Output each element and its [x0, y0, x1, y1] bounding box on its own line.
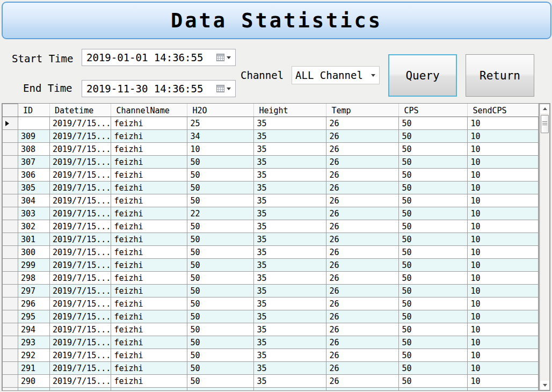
cell-id[interactable]: 289 — [18, 388, 50, 391]
cell-datetime[interactable]: 2019/7/15... — [50, 285, 111, 297]
cell-cps[interactable]: 50 — [399, 233, 468, 246]
cell-temp[interactable]: 26 — [326, 375, 399, 388]
cell-sendcps[interactable]: 10 — [468, 362, 539, 375]
cell-sendcps[interactable]: 10 — [468, 130, 539, 143]
cell-id[interactable]: 307 — [18, 156, 50, 169]
cell-cps[interactable]: 50 — [399, 194, 468, 207]
row-selector[interactable] — [3, 259, 18, 272]
cell-id[interactable]: 290 — [18, 375, 50, 388]
cell-cps[interactable]: 50 — [399, 156, 468, 169]
cell-cps[interactable]: 50 — [399, 375, 468, 388]
cell-cps[interactable]: 50 — [399, 143, 468, 156]
cell-h2o[interactable]: 25 — [187, 117, 254, 130]
cell-temp[interactable]: 26 — [326, 285, 399, 297]
cell-height[interactable]: 35 — [254, 130, 326, 143]
cell-h2o[interactable]: 50 — [187, 182, 254, 194]
cell-temp[interactable]: 26 — [326, 220, 399, 233]
cell-temp[interactable]: 26 — [326, 169, 399, 182]
cell-sendcps[interactable]: 10 — [468, 169, 539, 182]
cell-datetime[interactable]: 2019/7/15... — [50, 130, 111, 143]
cell-temp[interactable]: 26 — [326, 194, 399, 207]
cell-id[interactable]: 295 — [18, 310, 50, 323]
cell-cps[interactable]: 50 — [399, 349, 468, 362]
cell-temp[interactable]: 26 — [326, 297, 399, 310]
cell-channelname[interactable]: feizhi — [111, 233, 187, 246]
cell-height[interactable]: 35 — [254, 117, 326, 130]
scroll-down-button[interactable] — [540, 381, 549, 390]
cell-sendcps[interactable]: 10 — [468, 375, 539, 388]
cell-h2o[interactable]: 34 — [187, 130, 254, 143]
cell-datetime[interactable]: 2019/7/15... — [50, 220, 111, 233]
cell-height[interactable]: 35 — [254, 323, 326, 336]
cell-id[interactable]: 297 — [18, 285, 50, 297]
cell-h2o[interactable]: 50 — [187, 233, 254, 246]
cell-temp[interactable]: 26 — [326, 143, 399, 156]
start-time-picker[interactable]: 2019-01-01 14:36:55 — [82, 49, 236, 66]
cell-height[interactable]: 35 — [254, 246, 326, 259]
cell-datetime[interactable]: 2019/7/15... — [50, 388, 111, 391]
cell-h2o[interactable]: 50 — [187, 297, 254, 310]
cell-id[interactable]: 296 — [18, 297, 50, 310]
cell-channelname[interactable]: feizhi — [111, 169, 187, 182]
cell-cps[interactable]: 50 — [399, 285, 468, 297]
cell-channelname[interactable]: feizhi — [111, 285, 187, 297]
cell-cps[interactable]: 50 — [399, 246, 468, 259]
cell-h2o[interactable]: 50 — [187, 323, 254, 336]
cell-channelname[interactable]: feizhi — [111, 143, 187, 156]
cell-h2o[interactable]: 50 — [187, 336, 254, 349]
cell-temp[interactable]: 26 — [326, 272, 399, 285]
cell-sendcps[interactable]: 10 — [468, 156, 539, 169]
cell-height[interactable]: 35 — [254, 388, 326, 391]
cell-height[interactable]: 35 — [254, 349, 326, 362]
row-selector[interactable] — [3, 117, 18, 130]
cell-channelname[interactable]: feizhi — [111, 388, 187, 391]
cell-channelname[interactable]: feizhi — [111, 130, 187, 143]
column-header-datetime[interactable]: Datetime — [50, 104, 111, 117]
row-selector[interactable] — [3, 156, 18, 169]
cell-id[interactable]: 301 — [18, 233, 50, 246]
cell-id[interactable]: 303 — [18, 207, 50, 220]
cell-cps[interactable]: 50 — [399, 310, 468, 323]
cell-h2o[interactable]: 50 — [187, 220, 254, 233]
channel-select[interactable]: ALL Channel — [292, 66, 380, 84]
row-selector[interactable] — [3, 182, 18, 194]
cell-id[interactable]: 299 — [18, 259, 50, 272]
cell-h2o[interactable]: 50 — [187, 310, 254, 323]
row-selector[interactable] — [3, 297, 18, 310]
cell-datetime[interactable]: 2019/7/15... — [50, 182, 111, 194]
cell-datetime[interactable]: 2019/7/15... — [50, 207, 111, 220]
cell-id[interactable]: 291 — [18, 362, 50, 375]
cell-sendcps[interactable]: 10 — [468, 259, 539, 272]
cell-cps[interactable]: 50 — [399, 220, 468, 233]
cell-sendcps[interactable]: 10 — [468, 233, 539, 246]
cell-id[interactable]: 298 — [18, 272, 50, 285]
query-button[interactable]: Query — [388, 54, 457, 97]
cell-height[interactable]: 35 — [254, 169, 326, 182]
cell-temp[interactable]: 26 — [326, 388, 399, 391]
cell-id[interactable]: 310 — [18, 117, 50, 130]
scroll-up-button[interactable] — [540, 104, 549, 113]
cell-sendcps[interactable]: 10 — [468, 285, 539, 297]
cell-height[interactable]: 35 — [254, 285, 326, 297]
cell-cps[interactable]: 50 — [399, 323, 468, 336]
cell-channelname[interactable]: feizhi — [111, 182, 187, 194]
column-header-height[interactable]: Height — [254, 104, 326, 117]
cell-h2o[interactable]: 50 — [187, 169, 254, 182]
cell-h2o[interactable]: 50 — [187, 285, 254, 297]
cell-height[interactable]: 35 — [254, 375, 326, 388]
cell-datetime[interactable]: 2019/7/15... — [50, 143, 111, 156]
cell-cps[interactable]: 50 — [399, 182, 468, 194]
cell-channelname[interactable]: feizhi — [111, 272, 187, 285]
cell-sendcps[interactable]: 10 — [468, 117, 539, 130]
cell-channelname[interactable]: feizhi — [111, 117, 187, 130]
row-selector[interactable] — [3, 143, 18, 156]
row-selector[interactable] — [3, 310, 18, 323]
cell-sendcps[interactable]: 10 — [468, 220, 539, 233]
cell-cps[interactable]: 50 — [399, 388, 468, 391]
cell-temp[interactable]: 26 — [326, 259, 399, 272]
cell-sendcps[interactable]: 10 — [468, 182, 539, 194]
scrollbar-thumb[interactable] — [541, 115, 549, 133]
cell-id[interactable]: 309 — [18, 130, 50, 143]
cell-temp[interactable]: 26 — [326, 207, 399, 220]
column-header-cps[interactable]: CPS — [399, 104, 468, 117]
